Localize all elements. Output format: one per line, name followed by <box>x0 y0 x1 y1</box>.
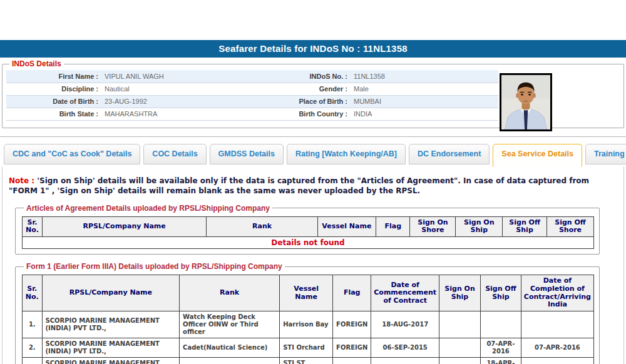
birth-country-label: Birth Country : <box>289 108 351 120</box>
tab-gmdss-details[interactable]: GMDSS Details <box>210 144 284 164</box>
cell-sign-off-ship: 07-APR-2016 <box>480 338 521 357</box>
tab-dc-endorsement[interactable]: DC Endorsement <box>409 144 490 164</box>
col-flag: Flag <box>376 216 410 236</box>
col-company: RPSL/Company Name <box>42 216 206 236</box>
col-vessel: Vessel Name <box>280 275 333 311</box>
cell-company: SCORPIO MARINE MANAGEMENT (INDIA) PVT LT… <box>42 338 180 357</box>
cell-sign-on-ship <box>439 357 481 364</box>
cell-rank: Cadet(Nautical Science) <box>180 357 280 364</box>
cell-sign-off-ship: 18-APR-2015 <box>480 357 521 364</box>
table-row: 2. SCORPIO MARINE MANAGEMENT (INDIA) PVT… <box>23 338 594 357</box>
table-header-row: Sr. No. RPSL/Company Name Rank Vessel Na… <box>23 216 594 236</box>
col-commencement: Date of Commencement of Contract <box>371 275 439 311</box>
birth-state-label: Birth State : <box>6 108 101 120</box>
cell-completion: 07-APR-2016 <box>521 338 593 357</box>
seafarer-photo <box>500 73 552 131</box>
details-not-found-row: Details not found <box>23 236 594 248</box>
details-row: Discipline : Nautical Gender : Male <box>6 83 498 95</box>
cell-company: SCORPIO MARINE MANAGEMENT (INDIA) PVT LT… <box>42 311 180 338</box>
cell-flag: FOREIGN <box>333 357 371 364</box>
first-name-label: First Name : <box>6 70 101 83</box>
cell-flag: FOREIGN <box>333 338 371 357</box>
col-vessel: Vessel Name <box>317 216 376 236</box>
first-name-value: VIPUL ANIL WAGH <box>101 70 289 83</box>
discipline-value: Nautical <box>101 83 289 95</box>
col-sign-on-ship: Sign On Ship <box>439 275 481 311</box>
form1-table: Sr. No. RPSL/Company Name Rank Vessel Na… <box>22 275 594 364</box>
form1-section: Form 1 (Earlier Form IIIA) Details uploa… <box>15 262 600 364</box>
details-row: Birth State : MAHARASHTRA Birth Country … <box>6 108 498 120</box>
cell-vessel: STI Orchard <box>280 338 333 357</box>
discipline-label: Discipline : <box>6 83 101 95</box>
cell-rank: Watch Keeping Deck Officer OINW or Third… <box>180 311 280 338</box>
indos-no-value: 11NL1358 <box>351 70 498 83</box>
birth-country-value: INDIA <box>351 108 498 120</box>
date-of-birth-label: Date of Birth : <box>6 95 101 108</box>
indos-no-label: INDoS No. : <box>289 70 351 83</box>
table-row: 1. SCORPIO MARINE MANAGEMENT (INDIA) PVT… <box>23 311 594 338</box>
place-of-birth-label: Place of Birth : <box>289 95 351 108</box>
col-flag: Flag <box>333 275 371 311</box>
date-of-birth-value: 23-AUG-1992 <box>101 95 289 108</box>
cell-commencement: 18-AUG-2017 <box>371 311 439 338</box>
cell-rank: Cadet(Nautical Science) <box>180 338 280 357</box>
details-not-found-message: Details not found <box>23 236 594 248</box>
tab-coc-details[interactable]: COC Details <box>143 144 206 164</box>
articles-of-agreement-legend: Articles of Agreement Details uploaded b… <box>24 204 272 213</box>
col-sign-off-ship: Sign Off Ship <box>503 216 547 236</box>
table-header-row: Sr. No. RPSL/Company Name Rank Vessel Na… <box>23 275 594 311</box>
place-of-birth-value: MUMBAI <box>351 95 498 108</box>
cell-sr: 1. <box>23 311 43 338</box>
cell-commencement: 16-SEP-2014 <box>371 357 439 364</box>
indos-details-legend: INDoS Details <box>9 59 64 68</box>
details-row: Date of Birth : 23-AUG-1992 Place of Bir… <box>6 95 498 108</box>
cell-company: SCORPIO MARINE MANAGEMENT (INDIA) PVT LT… <box>42 357 180 364</box>
tab-rating-watch-keeping-ab[interactable]: Rating [Watch Keeping/AB] <box>287 144 406 164</box>
note-text: Note : 'Sign on Ship' details will be av… <box>9 176 617 196</box>
col-rank: Rank <box>180 275 280 311</box>
page-title: Seafarer Details for INDoS No : 11NL1358 <box>0 40 626 58</box>
cell-vessel: Harrison Bay <box>280 311 333 338</box>
cell-sr: 2. <box>23 338 43 357</box>
cell-sr: 3. <box>23 357 43 364</box>
col-sign-on-shore: Sign On Shore <box>410 216 456 236</box>
cell-completion <box>521 311 593 338</box>
cell-sign-off-ship <box>480 311 521 338</box>
sea-service-tab-panel: Note : 'Sign on Ship' details will be av… <box>2 166 624 364</box>
note-body: 'Sign on Ship' details will be available… <box>9 176 589 195</box>
col-sign-on-ship: Sign On Ship <box>456 216 503 236</box>
col-rank: Rank <box>207 216 317 236</box>
table-row: 3. SCORPIO MARINE MANAGEMENT (INDIA) PVT… <box>23 357 594 364</box>
cell-sign-on-ship <box>439 338 481 357</box>
tab-sea-service-details[interactable]: Sea Service Details <box>493 144 582 167</box>
section-divider <box>0 136 626 137</box>
birth-state-value: MAHARASHTRA <box>101 108 289 120</box>
cell-completion: 18-APR-2015 <box>521 357 593 364</box>
col-sign-off-shore: Sign Off Shore <box>546 216 593 236</box>
tab-cdc-coc-as-cook-details[interactable]: CDC and "CoC as Cook" Details <box>4 144 140 164</box>
indos-details-table: First Name : VIPUL ANIL WAGH INDoS No. :… <box>6 70 498 121</box>
col-sign-off-ship: Sign Off Ship <box>480 275 521 311</box>
form1-legend: Form 1 (Earlier Form IIIA) Details uploa… <box>24 262 285 271</box>
note-label: Note : <box>9 176 34 185</box>
cell-vessel: STI ST Charles <box>280 357 333 364</box>
cell-commencement: 06-SEP-2015 <box>371 338 439 357</box>
articles-of-agreement-table: Sr. No. RPSL/Company Name Rank Vessel Na… <box>22 216 594 250</box>
cell-flag: FOREIGN <box>333 311 371 338</box>
col-sr-no: Sr. No. <box>23 275 43 311</box>
gender-value: Male <box>351 83 498 95</box>
cell-sign-on-ship <box>439 311 481 338</box>
indos-details-section: INDoS Details First Name : VIPUL ANIL WA… <box>2 59 624 128</box>
details-row: First Name : VIPUL ANIL WAGH INDoS No. :… <box>6 70 498 83</box>
gender-label: Gender : <box>289 83 351 95</box>
col-sr-no: Sr. No. <box>23 216 43 236</box>
col-completion: Date of Completion of Contract/Arriving … <box>521 275 593 311</box>
col-company: RPSL/Company Name <box>42 275 180 311</box>
tab-training-details[interactable]: Training Details <box>585 144 626 164</box>
tab-bar: CDC and "CoC as Cook" Details COC Detail… <box>4 144 626 166</box>
articles-of-agreement-section: Articles of Agreement Details uploaded b… <box>15 204 600 255</box>
